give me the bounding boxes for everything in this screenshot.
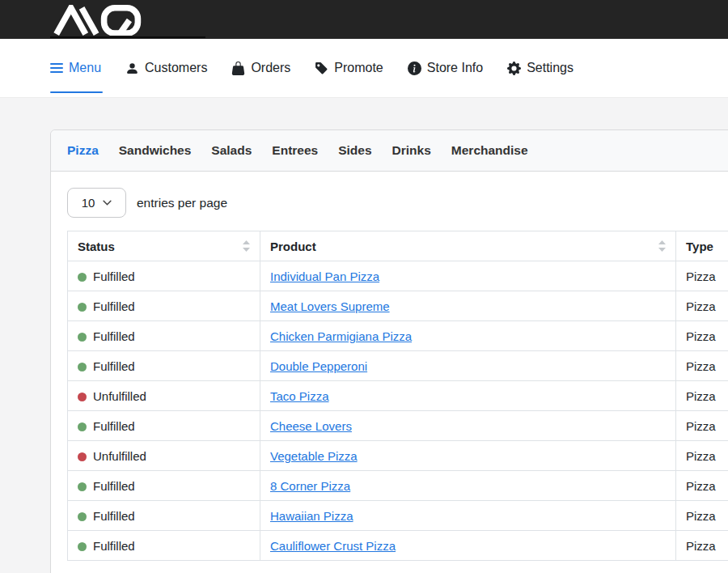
product-cell: Chicken Parmigiana Pizza	[260, 321, 676, 351]
status-cell: Unfulfilled	[68, 441, 260, 471]
entries-per-page-label: entries per page	[137, 196, 227, 210]
tab-sandwiches[interactable]: Sandwiches	[119, 143, 192, 158]
top-app-bar	[0, 0, 728, 39]
type-label: Pizza	[686, 419, 716, 433]
page-size-value: 10	[82, 196, 95, 210]
column-header-product[interactable]: Product	[260, 231, 676, 261]
products-table: Status Product	[67, 231, 728, 561]
type-cell: Pizza	[676, 321, 728, 351]
nav-item-store-info[interactable]: Store Info	[408, 39, 483, 97]
type-cell: Pizza	[676, 261, 728, 291]
menu-card: Pizza Sandwiches Salads Entrees Sides Dr…	[50, 129, 728, 573]
status-label: Fulfilled	[93, 359, 135, 373]
status-cell: Fulfilled	[68, 411, 260, 441]
status-cell: Fulfilled	[68, 351, 260, 381]
tab-pizza[interactable]: Pizza	[67, 143, 99, 158]
status-label: Fulfilled	[93, 419, 135, 433]
brand-logo	[50, 5, 146, 39]
card-body: 10 entries per page Status	[51, 172, 728, 573]
type-cell: Pizza	[676, 531, 728, 561]
status-dot-icon	[78, 303, 87, 312]
status-dot-icon	[78, 482, 87, 491]
product-link[interactable]: Double Pepperoni	[270, 359, 367, 373]
nav-item-promote[interactable]: Promote	[315, 39, 383, 97]
nav-item-orders[interactable]: Orders	[231, 39, 290, 97]
status-dot-icon	[78, 393, 87, 401]
status-label: Fulfilled	[93, 479, 135, 493]
tab-drinks[interactable]: Drinks	[392, 143, 431, 158]
column-label: Product	[270, 240, 316, 253]
product-cell: Individual Pan Pizza	[260, 261, 676, 291]
info-icon	[408, 62, 421, 75]
product-link[interactable]: Individual Pan Pizza	[270, 270, 379, 283]
product-link[interactable]: Meat Lovers Supreme	[270, 299, 390, 313]
status-dot-icon	[78, 273, 87, 282]
column-header-type[interactable]: Type	[676, 231, 728, 261]
nav-label: Store Info	[427, 61, 483, 75]
table-row: Fulfilled Individual Pan Pizza Pizza	[68, 261, 728, 291]
status-cell: Fulfilled	[68, 531, 260, 561]
product-link[interactable]: Cauliflower Crust Pizza	[270, 539, 396, 553]
product-link[interactable]: Vegetable Pizza	[270, 449, 358, 463]
type-cell: Pizza	[676, 381, 728, 411]
type-label: Pizza	[686, 329, 716, 343]
status-cell: Fulfilled	[68, 291, 260, 321]
product-link[interactable]: Cheese Lovers	[270, 419, 352, 433]
sort-icon	[243, 240, 250, 252]
page-size-select[interactable]: 10	[67, 188, 126, 218]
status-dot-icon	[78, 452, 87, 461]
tab-entrees[interactable]: Entrees	[272, 143, 318, 158]
table-row: Fulfilled Cauliflower Crust Pizza Pizza	[68, 531, 728, 561]
type-cell: Pizza	[676, 441, 728, 471]
tab-sides[interactable]: Sides	[338, 143, 371, 158]
product-link[interactable]: Taco Pizza	[270, 389, 329, 403]
tab-salads[interactable]: Salads	[211, 143, 252, 158]
nav-item-customers[interactable]: Customers	[125, 39, 207, 97]
person-icon	[125, 62, 139, 75]
status-dot-icon	[78, 512, 87, 521]
table-row: Fulfilled 8 Corner Pizza Pizza	[68, 471, 728, 501]
column-header-status[interactable]: Status	[68, 231, 260, 261]
entries-per-page-row: 10 entries per page	[67, 188, 728, 218]
product-cell: Vegetable Pizza	[260, 441, 676, 471]
page-background: Pizza Sandwiches Salads Entrees Sides Dr…	[0, 98, 728, 573]
nav-item-settings[interactable]: Settings	[507, 39, 574, 97]
main-navigation: Menu Customers Orders Promote Store Info…	[0, 39, 728, 98]
product-cell: Cheese Lovers	[260, 411, 676, 441]
aiq-logo-icon	[50, 5, 146, 36]
type-label: Pizza	[686, 389, 716, 403]
bag-icon	[231, 62, 245, 75]
type-label: Pizza	[686, 359, 716, 373]
status-dot-icon	[78, 333, 87, 342]
status-cell: Fulfilled	[68, 501, 260, 531]
category-tabs: Pizza Sandwiches Salads Entrees Sides Dr…	[51, 130, 728, 172]
column-label: Type	[686, 240, 713, 253]
type-cell: Pizza	[676, 501, 728, 531]
active-tab-underline	[50, 91, 103, 94]
table-row: Fulfilled Cheese Lovers Pizza	[68, 411, 728, 441]
product-link[interactable]: Hawaiian Pizza	[270, 509, 353, 523]
status-dot-icon	[78, 422, 87, 431]
nav-item-menu[interactable]: Menu	[50, 39, 101, 97]
nav-label: Settings	[527, 61, 574, 75]
table-header-row: Status Product	[68, 231, 728, 261]
hamburger-icon	[50, 63, 63, 74]
status-cell: Fulfilled	[68, 471, 260, 501]
sort-icon	[658, 240, 666, 252]
type-cell: Pizza	[676, 351, 728, 381]
type-label: Pizza	[686, 299, 716, 313]
product-cell: Double Pepperoni	[260, 351, 676, 381]
status-cell: Fulfilled	[68, 261, 260, 291]
product-link[interactable]: Chicken Parmigiana Pizza	[270, 329, 412, 343]
status-label: Fulfilled	[93, 539, 135, 553]
table-row: Unfulfilled Vegetable Pizza Pizza	[68, 441, 728, 471]
type-label: Pizza	[686, 270, 716, 283]
status-label: Fulfilled	[93, 299, 135, 313]
status-cell: Fulfilled	[68, 321, 260, 351]
product-link[interactable]: 8 Corner Pizza	[270, 479, 350, 493]
nav-label: Menu	[69, 61, 101, 75]
chevron-down-icon	[103, 200, 112, 206]
nav-label: Promote	[334, 61, 383, 75]
status-label: Fulfilled	[93, 329, 135, 343]
tab-merchandise[interactable]: Merchandise	[451, 143, 528, 158]
